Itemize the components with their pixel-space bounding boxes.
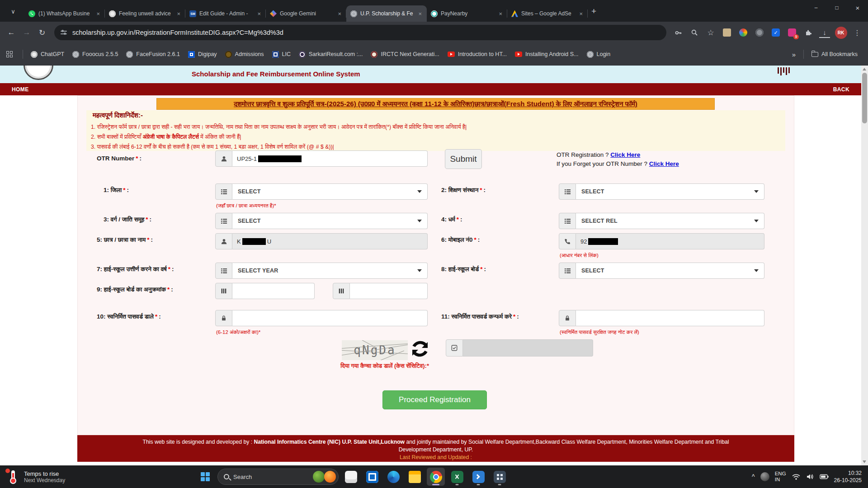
- bookmark-admissions[interactable]: Admissions: [221, 51, 268, 58]
- tab-up-scholarship-active[interactable]: U.P. Scholarship & Fe ×: [346, 5, 427, 22]
- tab-chatgpt[interactable]: Feeling unwell advice ×: [105, 5, 185, 22]
- person-icon: [215, 150, 232, 167]
- bookmark-fooocus[interactable]: Fooocus 2.5.5: [68, 51, 122, 58]
- new-tab-button[interactable]: +: [591, 6, 596, 16]
- tab-gemini[interactable]: Google Gemini ×: [266, 5, 346, 22]
- bookmark-irctc[interactable]: IRCTC Next Generati...: [367, 51, 443, 58]
- taskbar-weather-widget[interactable]: Temps to riseNext Wednesday: [6, 469, 196, 484]
- taskbar-app-chrome[interactable]: [427, 468, 445, 486]
- tray-status-icon[interactable]: [760, 472, 769, 481]
- search-highlight-image-1[interactable]: [313, 471, 325, 483]
- submit-button[interactable]: Submit: [445, 149, 482, 169]
- lock-icon: [215, 310, 232, 326]
- page-viewport: Scholarship and Fee Reimbursement Online…: [0, 66, 861, 465]
- student-name-field[interactable]: KU: [215, 233, 428, 249]
- taskbar-app-notes[interactable]: [342, 468, 360, 486]
- bookmark-youtube-2[interactable]: Installing Android S...: [511, 51, 582, 57]
- bookmark-digipay[interactable]: Digipay: [184, 51, 221, 58]
- institute-select[interactable]: SELECT: [559, 183, 764, 200]
- browser-tab-bar: ∨ (1) WhatsApp Busine × Feeling unwell a…: [0, 0, 868, 22]
- roll-number-field-2[interactable]: [333, 283, 428, 299]
- hs-year-select-value: SELECT YEAR: [238, 267, 278, 274]
- otr-registration-link[interactable]: Click Here: [610, 151, 640, 158]
- captcha-refresh-icon[interactable]: [409, 338, 431, 360]
- bookmark-login[interactable]: Login: [583, 51, 615, 58]
- close-icon[interactable]: ×: [95, 10, 101, 17]
- back-icon[interactable]: ←: [4, 25, 19, 40]
- tab-edit-guide[interactable]: SM Edit Guide - Admin - ×: [185, 5, 266, 22]
- bookmark-chatgpt[interactable]: ChatGPT: [27, 51, 68, 58]
- battery-icon[interactable]: [820, 474, 829, 479]
- proceed-registration-button[interactable]: Proceed Registration: [382, 390, 487, 409]
- extension-check-icon[interactable]: ✓: [769, 25, 783, 40]
- caste-group-select[interactable]: SELECT: [215, 213, 428, 229]
- volume-icon[interactable]: [806, 473, 814, 480]
- taskbar-app-file-explorer[interactable]: [406, 468, 424, 486]
- confirm-password-field[interactable]: [559, 310, 764, 326]
- nav-back-link[interactable]: BACK: [833, 86, 849, 93]
- hs-board-select[interactable]: SELECT: [559, 263, 764, 279]
- close-icon[interactable]: ×: [337, 10, 342, 17]
- scroll-up-arrow[interactable]: [863, 68, 866, 70]
- otr-number-field[interactable]: UP25-1: [215, 150, 428, 167]
- search-lens-icon[interactable]: [687, 25, 702, 40]
- tab-adsense[interactable]: Sites – Google AdSe ×: [507, 5, 588, 22]
- window-minimize-button[interactable]: –: [806, 0, 826, 15]
- tray-show-hidden-icon[interactable]: ^: [752, 473, 755, 480]
- reload-icon[interactable]: ↻: [34, 25, 50, 40]
- password-field[interactable]: [215, 310, 428, 326]
- tab-paynearby[interactable]: PayNearby ×: [427, 5, 507, 22]
- site-info-icon[interactable]: [61, 31, 67, 34]
- passwords-key-icon[interactable]: [671, 25, 685, 40]
- taskbar-app-excel[interactable]: [448, 468, 466, 486]
- language-indicator[interactable]: ENGIN: [775, 471, 786, 483]
- extension-input-tools-icon[interactable]: [720, 25, 734, 40]
- tab-search-button[interactable]: ∨: [6, 5, 20, 18]
- taskbar-clock[interactable]: 10:3226-10-2025: [834, 469, 862, 484]
- apps-grid-icon[interactable]: [6, 51, 13, 57]
- close-icon[interactable]: ×: [498, 10, 503, 17]
- roll-number-field-1[interactable]: [215, 283, 315, 299]
- close-icon[interactable]: ×: [578, 10, 584, 17]
- forward-icon[interactable]: →: [19, 25, 34, 40]
- extensions-puzzle-icon[interactable]: [801, 25, 816, 40]
- captcha-input-field[interactable]: [446, 339, 593, 357]
- taskbar-app-calculator[interactable]: [491, 468, 509, 486]
- window-maximize-button[interactable]: □: [826, 0, 847, 15]
- extension-pinwheel-icon[interactable]: [736, 25, 750, 40]
- mobile-field[interactable]: 92: [559, 233, 764, 249]
- scrollbar-thumb[interactable]: [862, 73, 867, 123]
- profile-avatar[interactable]: RK: [834, 25, 848, 40]
- taskbar-search[interactable]: Search: [217, 469, 339, 485]
- taskbar-app-blue[interactable]: [469, 468, 487, 486]
- address-bar[interactable]: scholarship.up.gov.in/RegistrationFormIn…: [54, 25, 666, 40]
- tab-whatsapp[interactable]: (1) WhatsApp Busine ×: [24, 5, 105, 22]
- downloads-icon[interactable]: ↓: [819, 27, 830, 38]
- district-select[interactable]: SELECT: [215, 183, 428, 200]
- all-bookmarks-button[interactable]: All Bookmarks: [807, 51, 862, 57]
- bookmark-youtube-1[interactable]: Introduction to HT...: [443, 51, 511, 57]
- extension-pink-icon[interactable]: 9: [785, 25, 799, 40]
- bookmarks-overflow-icon[interactable]: »: [788, 51, 800, 58]
- bookmark-star-icon[interactable]: ☆: [703, 25, 718, 40]
- hs-year-select[interactable]: SELECT YEAR: [215, 263, 428, 279]
- window-close-button[interactable]: ×: [847, 0, 868, 15]
- bookmark-lic[interactable]: LIC: [268, 51, 295, 58]
- close-icon[interactable]: ×: [256, 10, 262, 17]
- extension-gray-icon[interactable]: [752, 25, 767, 40]
- religion-select[interactable]: SELECT REL: [559, 213, 764, 229]
- bookmark-sarkariresult[interactable]: SarkariResult.com :...: [295, 51, 367, 58]
- otr-forgot-link[interactable]: Click Here: [649, 160, 679, 167]
- page-scrollbar[interactable]: [861, 66, 868, 465]
- taskbar-app-outlook[interactable]: [363, 468, 381, 486]
- search-highlight-image-2[interactable]: [324, 471, 336, 483]
- nav-home-link[interactable]: HOME: [12, 86, 29, 93]
- scroll-down-arrow[interactable]: [863, 460, 866, 463]
- taskbar-app-edge[interactable]: [384, 468, 402, 486]
- browser-menu-icon[interactable]: ⋮: [850, 25, 864, 40]
- close-icon[interactable]: ×: [417, 10, 423, 17]
- close-icon[interactable]: ×: [176, 10, 181, 17]
- start-button[interactable]: [196, 468, 214, 486]
- bookmark-facefusion[interactable]: FaceFusion 2.6.1: [122, 51, 184, 58]
- wifi-icon[interactable]: [792, 473, 801, 480]
